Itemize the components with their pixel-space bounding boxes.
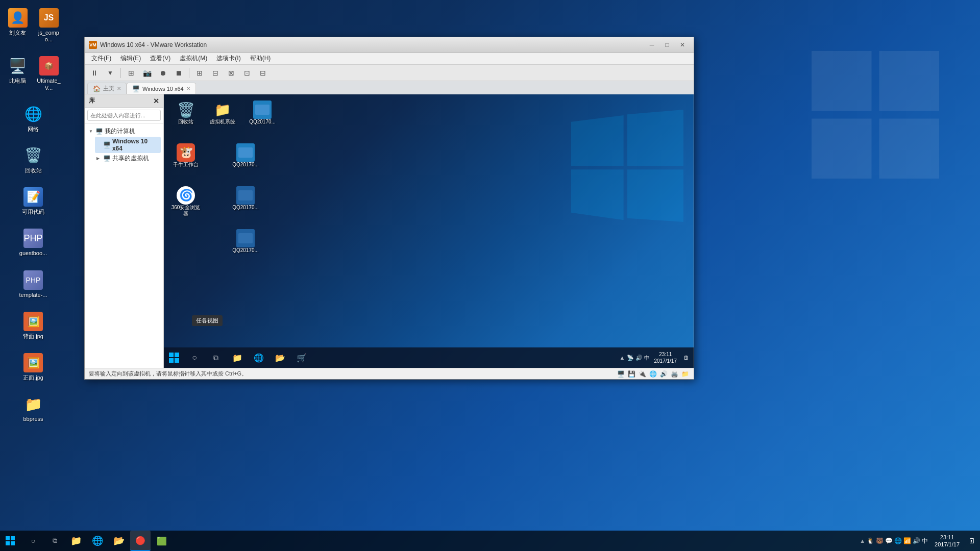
host-tray-icon3[interactable]: 💬 [885, 537, 893, 544]
close-button[interactable]: ✕ [675, 40, 690, 50]
play-dropdown[interactable]: ▼ [103, 66, 117, 80]
vm-icon-qq2[interactable]: QQ20170... [228, 141, 263, 170]
vm-icon-qq3[interactable]: QQ20170... [228, 184, 263, 213]
view-btn-4[interactable]: ⊡ [240, 66, 254, 80]
desktop-icon-code[interactable]: 📝 可用代码 [13, 184, 54, 218]
tree-item-root[interactable]: ▼ 🖥️ 我的计算机 [87, 126, 161, 137]
tree-root-icon: 🖥️ [95, 128, 103, 135]
host-vmware-btn[interactable]: 🔴 [130, 531, 151, 551]
home-tab-close[interactable]: ✕ [117, 86, 121, 91]
host-tray-icon5[interactable]: 📶 [903, 537, 911, 544]
vm-icon-qq1[interactable]: QQ20170... [244, 98, 280, 127]
host-clock[interactable]: 23:11 2017/1/17 [930, 534, 964, 548]
host-files-btn[interactable]: 📂 [109, 531, 129, 551]
desktop-icon-mypc[interactable]: 🖥️ 此电脑 [3, 53, 33, 93]
host-browser-btn[interactable]: 🌐 [87, 531, 108, 551]
vm-start-button[interactable] [164, 347, 184, 368]
minimize-button[interactable]: ─ [645, 40, 659, 50]
vmware-toolbar: ⏸ ▼ ⊞ 📷 ⏺ ⏹ ⊞ ⊟ ⊠ ⊡ ⊟ [85, 65, 694, 81]
view-btn-3[interactable]: ⊠ [224, 66, 238, 80]
vmware-titlebar[interactable]: VM Windows 10 x64 - VMware Workstation ─… [85, 37, 694, 53]
host-taskview-btn[interactable]: ⧉ [44, 531, 65, 551]
tab-home[interactable]: 🏠 主页 ✕ [87, 83, 127, 94]
status-icon-monitor[interactable]: 🖥️ [616, 369, 625, 379]
screenshot[interactable]: 📷 [140, 66, 154, 80]
tab-win10[interactable]: 🖥️ Windows 10 x64 ✕ [127, 83, 196, 94]
host-start-btn[interactable] [0, 531, 20, 551]
host-tray-icon4[interactable]: 🌐 [894, 537, 902, 544]
vm-qq3-label: QQ20170... [232, 205, 259, 211]
vm-icon-vmsystem[interactable]: 📁 虚拟机系统 [205, 98, 240, 127]
vm-explorer-btn[interactable]: 📁 [227, 347, 248, 368]
view-btn-1[interactable]: ⊞ [192, 66, 207, 80]
desktop-icon-liuyiyou[interactable]: 👤 刘义友 [3, 5, 33, 45]
host-taskbar-right: ▲ 🐧 🐻 💬 🌐 📶 🔊 中 23:11 2017/1/17 🗓 [860, 534, 980, 548]
host-explorer-btn[interactable]: 📁 [66, 531, 86, 551]
vm-network-icon: 📡 [627, 355, 634, 361]
host-notification-btn[interactable]: 🗓 [966, 537, 977, 545]
desktop-icon-guestbook[interactable]: PHP guestboo... [13, 226, 54, 259]
status-icon-printer[interactable]: 🖨️ [670, 369, 679, 379]
vm-taskview-btn[interactable]: ⧉ [206, 347, 226, 368]
toolbar-separator-1 [120, 68, 121, 78]
svg-rect-1 [879, 51, 940, 111]
sidebar-search-input[interactable] [87, 110, 161, 121]
vm-icon-qq4[interactable]: QQ20170... [228, 227, 263, 256]
status-icon-folder[interactable]: 📁 [680, 369, 690, 379]
menu-tabs[interactable]: 选项卡(I) [212, 53, 244, 64]
view-btn-5[interactable]: ⊟ [256, 66, 270, 80]
desktop-icon-front-jpg[interactable]: 🖼️ 正面.jpg [13, 350, 54, 384]
vm-files-btn[interactable]: 📂 [270, 347, 290, 368]
window-controls: ─ □ ✕ [645, 40, 690, 50]
maximize-button[interactable]: □ [660, 40, 674, 50]
sidebar-close-btn[interactable]: ✕ [153, 97, 159, 105]
tree-shared-icon: 🖥️ [103, 155, 111, 162]
menu-file[interactable]: 文件(F) [87, 53, 115, 64]
vm-display-area[interactable]: 🗑️ 回收站 🐮 千牛工作台 🌀 360安全浏览器 [164, 94, 694, 368]
host-system-tray: ▲ 🐧 🐻 💬 🌐 📶 🔊 中 [860, 537, 928, 545]
win10-tab-close[interactable]: ✕ [186, 86, 190, 91]
vm-store-btn[interactable]: 🛒 [291, 347, 312, 368]
vm-icon-qianniu[interactable]: 🐮 千牛工作台 [168, 141, 204, 170]
host-tray-lang[interactable]: 中 [922, 537, 928, 545]
sidebar-search-area[interactable] [85, 108, 163, 123]
desktop-icon-template[interactable]: PHP template-... [13, 267, 54, 301]
host-tray-icon1[interactable]: 🐧 [867, 537, 874, 544]
vm-search-btn[interactable]: ○ [184, 347, 205, 368]
status-icon-audio[interactable]: 🔊 [659, 369, 668, 379]
menu-help[interactable]: 帮助(H) [246, 53, 275, 64]
host-tray-icon6[interactable]: 🔊 [913, 537, 920, 544]
vm-icon-recycle[interactable]: 🗑️ 回收站 [168, 98, 204, 127]
host-tray-expand[interactable]: ▲ [860, 538, 865, 544]
status-icon-network[interactable]: 🌐 [648, 369, 657, 379]
tree-item-shared[interactable]: ▶ 🖥️ 共享的虚拟机 [95, 153, 161, 164]
vm-system-clock[interactable]: 23:11 2017/1/17 [651, 351, 680, 364]
send-ctrl-alt-del[interactable]: ⊞ [124, 66, 138, 80]
desktop-icon-bbpress[interactable]: 📁 bbpress [13, 391, 54, 425]
desktop-icon-network[interactable]: 🌐 网络 [13, 102, 54, 135]
status-icon-hdd[interactable]: 💾 [627, 369, 636, 379]
pause-button[interactable]: ⏸ [87, 66, 102, 80]
desktop-icon-recycle[interactable]: 🗑️ 回收站 [13, 143, 54, 177]
host-other-btn[interactable]: 🟩 [152, 531, 172, 551]
win10-tab-label: Windows 10 x64 [142, 86, 184, 92]
tree-item-win10[interactable]: 🖥️ Windows 10 x64 [95, 137, 161, 153]
desktop-icon-background-jpg[interactable]: 🖼️ 背面.jpg [13, 309, 54, 342]
desktop-icon-ultimate[interactable]: 📦 Ultimate_V... [34, 53, 64, 93]
tree-win10-label: Windows 10 x64 [112, 138, 159, 152]
vm-icon-360[interactable]: 🌀 360安全浏览器 [168, 184, 204, 219]
desktop-icon-js[interactable]: JS js_compo... [34, 5, 64, 45]
vm-notification-btn[interactable]: 🗓 [681, 355, 691, 361]
record[interactable]: ⏺ [156, 66, 170, 80]
host-tray-icon2[interactable]: 🐻 [876, 537, 884, 544]
view-btn-2[interactable]: ⊟ [208, 66, 223, 80]
vmware-app-icon: VM [89, 41, 97, 49]
host-search-btn[interactable]: ○ [23, 531, 43, 551]
menu-view[interactable]: 查看(V) [146, 53, 175, 64]
status-icon-usb[interactable]: 🔌 [638, 369, 647, 379]
stop-record[interactable]: ⏹ [172, 66, 186, 80]
menu-vm[interactable]: 虚拟机(M) [176, 53, 211, 64]
vmware-title-text: Windows 10 x64 - VMware Workstation [100, 41, 645, 48]
menu-edit[interactable]: 编辑(E) [116, 53, 145, 64]
vm-edge-btn[interactable]: 🌐 [249, 347, 269, 368]
